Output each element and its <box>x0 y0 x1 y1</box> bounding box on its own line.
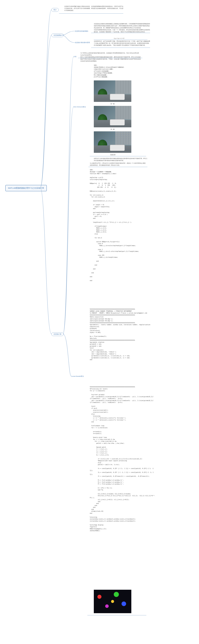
lk-code-a: 实例： 算法包括一个主函数和一个图像函数。 function RGB = sho… <box>90 169 139 282</box>
root-node[interactable]: MATLAB图像视频处理学习之光流场计算 <box>5 185 47 191</box>
hs-code: 实例： 光流场计算的Horn-Schunck算法由五个函数构成： compute… <box>94 64 125 78</box>
hs-cap1: 前一帧 <box>110 103 114 105</box>
node-hs[interactable]: Horn-Schunck算法 <box>74 106 86 108</box>
calc-intro-text: 为了求求出u,v的其他约束条件解光流方程，光流场的计算有两种典型的方法：Horn… <box>80 52 141 62</box>
hs-img-before <box>94 80 131 102</box>
principle-text: 光流基本等式：由于光流有两个变量，而光流的基本等式只有一个方程，故对于每个成像素… <box>94 40 150 46</box>
hs-img-after <box>94 106 131 127</box>
intro-text: 光流场可以简单理解为物体之间的运动信息。光流场是指图像灰度模式的表面运动，它既可… <box>64 5 123 12</box>
lk-code-b: %%%%%%%%%%%%%%%%%%%%%%%%%%%%%%%%%%%%%%%%… <box>90 308 146 361</box>
node-concept[interactable]: 光流和光流场的概念 <box>75 30 88 32</box>
node-basics[interactable]: 光流场基础 <box>52 34 64 37</box>
lk-intro: 与上面的算法不同，L算法在引入光流基本方程的约束条件时，假设在一个小的空间邻域上… <box>90 162 146 166</box>
node-calc[interactable]: 光流场计算 <box>52 332 64 336</box>
lk-img-result <box>94 590 131 613</box>
node-intro[interactable]: 简介 <box>52 8 59 12</box>
hr <box>91 48 150 48</box>
node-lk[interactable]: Lucas-Kanade算法 <box>71 375 84 377</box>
lk-code-c: %%%%%%%%%%%%%%%%%%%%%%%%%%%%%%%%%%%%%%%%… <box>90 386 146 532</box>
hs-cap3: 实验结果 <box>110 154 116 156</box>
hs-note: 设置法引入的约束的原因对基本等像造成影响返光流时要求光流本身尽可能地平滑，即引入… <box>94 158 148 162</box>
node-principle[interactable]: 光流场计算的基本原理 <box>75 42 90 44</box>
formula: Iₓu + Iᵧv + Iₜ = 0 <box>114 38 124 39</box>
concept-text: 光流是由运动物体在观测成像面上的像素运动的瞬时速度。它利用图像序列的像素强度数据… <box>94 23 150 33</box>
hs-img-result <box>94 131 131 153</box>
node-calc-intro[interactable]: 介绍 <box>74 56 76 58</box>
hs-cap2: 后一帧 <box>110 128 114 130</box>
hr <box>91 33 150 33</box>
hr <box>88 167 148 167</box>
